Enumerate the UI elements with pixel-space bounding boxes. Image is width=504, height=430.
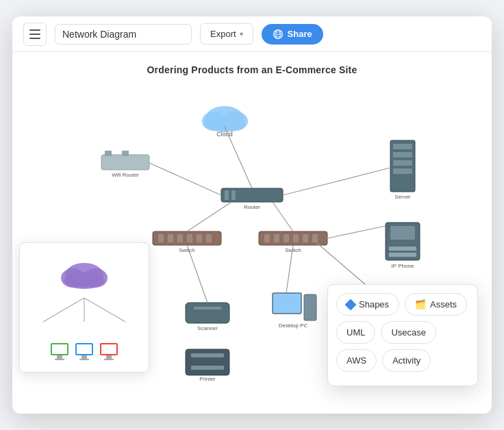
svg-point-76 [64,273,105,289]
usecase-button[interactable]: Usecase [381,321,436,344]
canvas-area[interactable]: Ordering Products from an E-Commerce Sit… [12,52,492,414]
svg-rect-15 [225,190,229,200]
svg-line-66 [187,202,231,231]
activity-button[interactable]: Activity [382,349,431,372]
svg-rect-14 [221,188,283,202]
svg-rect-41 [390,226,415,240]
menu-button[interactable] [23,23,47,46]
svg-rect-29 [197,234,202,242]
svg-rect-45 [186,303,229,323]
svg-rect-36 [293,234,299,242]
svg-rect-19 [393,144,412,149]
svg-rect-12 [122,151,129,156]
aws-button[interactable]: AWS [336,349,377,372]
svg-rect-38 [312,234,318,242]
panel-row-2: UML Usecase [336,321,469,344]
svg-rect-42 [389,246,416,251]
uml-button[interactable]: UML [336,321,375,344]
svg-rect-35 [284,234,289,242]
shapes-label: Shapes [359,299,389,309]
svg-rect-37 [303,234,308,242]
svg-text:Cloud: Cloud [216,131,233,138]
svg-rect-21 [393,160,412,166]
svg-text:Switch: Switch [179,247,195,253]
svg-rect-10 [101,155,149,170]
toolbar: Export ▾ Share [12,16,492,52]
mini-monitors [51,343,118,360]
assets-label: Assets [430,299,457,309]
svg-line-64 [149,163,221,195]
mini-cloud-svg [57,255,112,292]
svg-rect-11 [105,151,112,156]
svg-rect-46 [194,307,221,309]
panel-row-3: AWS Activity [336,349,469,372]
svg-text:IP Phone: IP Phone [392,263,414,269]
mini-tree-svg [26,298,142,332]
aws-label: AWS [346,355,366,366]
export-button[interactable]: Export ▾ [200,23,253,45]
svg-rect-22 [393,168,412,174]
shapes-button[interactable]: Shapes [336,293,399,316]
svg-line-77 [43,298,84,322]
monitor-blue [75,343,93,360]
shapes-panel: Shapes 🗂️ Assets UML Usecase AWS [327,284,478,386]
svg-text:Server: Server [394,194,411,200]
svg-text:Desktop  PC: Desktop PC [279,322,308,329]
svg-text:Switch: Switch [285,247,301,253]
svg-text:Wifi Router: Wifi Router [112,172,139,178]
mini-card [19,242,149,372]
briefcase-icon: 🗂️ [415,299,426,309]
export-label: Export [210,29,236,39]
main-window: Export ▾ Share Ordering Products from an… [12,16,492,414]
svg-rect-20 [393,152,412,157]
monitor-red [100,343,118,360]
share-button[interactable]: Share [262,24,323,45]
share-label: Share [288,29,312,39]
uml-label: UML [346,327,365,338]
assets-button[interactable]: 🗂️ Assets [405,293,467,316]
usecase-label: Usecase [391,327,426,338]
svg-line-68 [327,226,386,238]
svg-line-79 [84,298,125,322]
svg-rect-27 [177,234,183,242]
activity-label: Activity [392,355,420,366]
svg-rect-26 [168,234,173,242]
svg-rect-16 [231,190,236,200]
svg-rect-59 [186,349,229,375]
svg-rect-61 [191,366,224,370]
panel-row-1: Shapes 🗂️ Assets [336,293,469,316]
svg-rect-30 [206,234,212,242]
svg-rect-60 [191,353,224,357]
svg-line-63 [225,127,252,188]
svg-text:Printer: Printer [199,376,216,382]
monitor-green [51,343,68,360]
svg-line-69 [187,245,207,303]
diamond-icon [345,299,357,310]
svg-point-8 [204,116,245,132]
svg-line-65 [283,168,390,195]
svg-rect-25 [158,234,164,242]
globe-icon [273,29,284,40]
svg-text:Scanner: Scanner [197,325,218,331]
svg-rect-49 [304,294,316,320]
svg-rect-28 [187,234,192,242]
svg-rect-48 [273,293,301,314]
svg-rect-43 [389,253,416,257]
svg-line-67 [273,202,293,231]
svg-rect-33 [264,234,270,242]
diagram-title-input[interactable] [55,24,192,45]
svg-text:Router: Router [244,204,260,210]
chevron-down-icon: ▾ [240,30,243,38]
svg-rect-34 [274,234,279,242]
